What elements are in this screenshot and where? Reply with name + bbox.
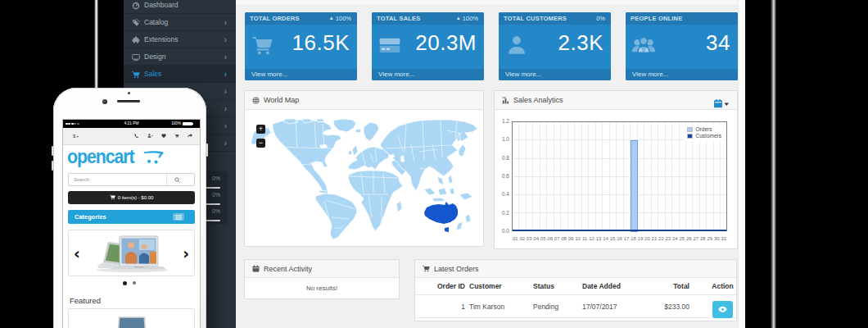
y-axis-tick: 0.2 <box>496 210 509 216</box>
legend-item: Orders <box>687 126 721 133</box>
share-icon[interactable] <box>188 134 192 138</box>
carousel-prev-button[interactable]: ‹ <box>74 242 80 265</box>
tile-title: TOTAL ORDERS <box>250 12 300 25</box>
eye-icon <box>718 306 727 313</box>
orders-col-date-added: Date Added <box>582 278 621 295</box>
opencart-logo[interactable]: opencart <box>67 146 198 171</box>
sidebar-item-dashboard[interactable]: Dashboard <box>124 0 236 14</box>
carousel-next-button[interactable]: › <box>183 242 189 265</box>
desktop-screen: DashboardCatalog›Extensions›Design›Sales… <box>124 0 745 328</box>
carousel-dot-2[interactable] <box>133 281 136 285</box>
stat-value: 0% <box>212 208 220 214</box>
map-country-australia[interactable] <box>424 202 458 224</box>
view-order-button[interactable] <box>712 301 733 318</box>
search-box[interactable]: Search <box>68 173 195 186</box>
tile-header: TOTAL ORDERS▲ 100% <box>245 12 357 25</box>
featured-product-card[interactable] <box>68 308 195 328</box>
order-order_id: 1 <box>424 295 465 318</box>
cart-icon <box>423 265 430 272</box>
search-placeholder: Search <box>74 174 89 186</box>
chevron-right-icon: › <box>224 66 227 83</box>
search-button[interactable] <box>166 174 194 185</box>
cart-icon <box>110 194 115 200</box>
sales-icon <box>132 71 140 79</box>
cart-total-button[interactable]: 0 item(s) - $0.00 <box>68 191 195 204</box>
tile-trend: 0% <box>596 12 605 25</box>
featured-product-image <box>112 315 151 328</box>
sidebar-item-catalog[interactable]: Catalog› <box>124 14 236 31</box>
tile-title: TOTAL SALES <box>377 12 420 25</box>
tile-view-more[interactable]: View more... <box>499 69 611 81</box>
sidebar-item-label: Catalog <box>144 14 168 31</box>
tile-view-more[interactable]: View more... <box>372 69 484 81</box>
orders-col-total: Total <box>644 278 689 295</box>
recent-activity-panel: Recent Activity No results! <box>244 259 400 299</box>
map-zoom-in-button[interactable]: + <box>256 125 265 134</box>
view-more-link: View more... <box>505 69 541 80</box>
legend-item: Customers <box>687 133 721 139</box>
account-icon[interactable] <box>147 134 154 138</box>
sidebar-item-extensions[interactable]: Extensions› <box>124 31 236 48</box>
phone-icon[interactable] <box>134 134 139 139</box>
latest-orders-panel: Latest Orders Order IDCustomerStatusDate… <box>414 259 737 321</box>
design-icon <box>132 53 140 61</box>
chevron-right-icon: › <box>224 117 227 134</box>
world-map[interactable] <box>251 119 481 243</box>
tile-view-more[interactable]: View more... <box>245 69 357 81</box>
volume-down-button <box>52 161 53 171</box>
map-zoom-out-button[interactable]: − <box>256 139 265 148</box>
tile-view-more[interactable]: View more... <box>626 69 738 81</box>
currency-dropdown[interactable]: $ ▾ <box>73 134 79 139</box>
chart-legend: OrdersCustomers <box>685 125 724 141</box>
sales-analytics-panel: Sales Analytics OrdersCustomers 1.21.00.… <box>494 90 738 249</box>
sidebar-item-sales[interactable]: Sales› <box>124 66 236 83</box>
carousel-product-image[interactable] <box>87 233 177 274</box>
battery-icon <box>183 122 192 126</box>
y-axis-tick: 0.4 <box>496 191 509 197</box>
battery-percent: 100% <box>171 120 181 129</box>
wishlist-heart-icon[interactable] <box>161 134 166 138</box>
tile-total-customers: TOTAL CUSTOMERS0%2.3KView more... <box>499 12 611 80</box>
calendar-icon <box>252 265 260 272</box>
map-tasmania[interactable] <box>445 227 449 232</box>
tile-total-sales: TOTAL SALES▲ 100%20.3MView more... <box>372 12 484 80</box>
chevron-right-icon: › <box>224 14 227 31</box>
tile-value: 2.3K <box>558 30 604 56</box>
sidebar-item-design[interactable]: Design› <box>124 48 236 66</box>
phone-mockup: 4:21 PM 100% $ ▾ opencart Search 0 ite <box>53 88 206 328</box>
order-customer: Tim Karson <box>469 295 504 318</box>
recent-activity-empty: No results! <box>245 278 399 299</box>
y-axis-tick: 0.0 <box>496 228 509 234</box>
power-button <box>206 144 208 157</box>
bar-chart-icon <box>502 97 509 104</box>
front-laptop <box>111 236 166 270</box>
menu-toggle-icon[interactable] <box>173 213 184 221</box>
tile-trend: ▲ 100% <box>329 12 351 25</box>
cart-icon[interactable] <box>174 134 179 138</box>
content-top-strip <box>236 0 738 6</box>
phone-toolbar: $ ▾ <box>63 128 200 145</box>
carousel-dot-1[interactable] <box>123 281 127 285</box>
sales-analytics-header: Sales Analytics <box>495 91 737 110</box>
tile-value: 34 <box>706 30 730 56</box>
calendar-dropdown-button[interactable] <box>714 95 729 105</box>
sidebar-item-label: Dashboard <box>144 0 179 14</box>
featured-heading: Featured <box>70 296 101 305</box>
orders-bar <box>631 140 637 232</box>
browser-scrollbar[interactable] <box>738 0 745 328</box>
world-map-header: World Map <box>245 91 483 110</box>
tile-total-orders: TOTAL ORDERS▲ 100%16.5KView more... <box>245 12 357 80</box>
categories-bar[interactable]: Categories <box>68 210 195 225</box>
chevron-right-icon: › <box>224 100 227 117</box>
monitor-right-edge <box>771 0 776 328</box>
legend-swatch <box>687 127 693 132</box>
tile-value: 20.3M <box>415 30 477 56</box>
tile-header: TOTAL SALES▲ 100% <box>372 12 484 25</box>
y-axis-tick: 0.6 <box>496 173 509 179</box>
dashboard-icon <box>132 2 140 10</box>
tile-people-online: PEOPLE ONLINE34View more... <box>626 12 738 80</box>
toolbar-icons <box>130 134 192 139</box>
tile-trend: ▲ 100% <box>456 12 478 25</box>
legend-label: Orders <box>696 126 712 132</box>
chevron-right-icon: › <box>224 48 227 66</box>
